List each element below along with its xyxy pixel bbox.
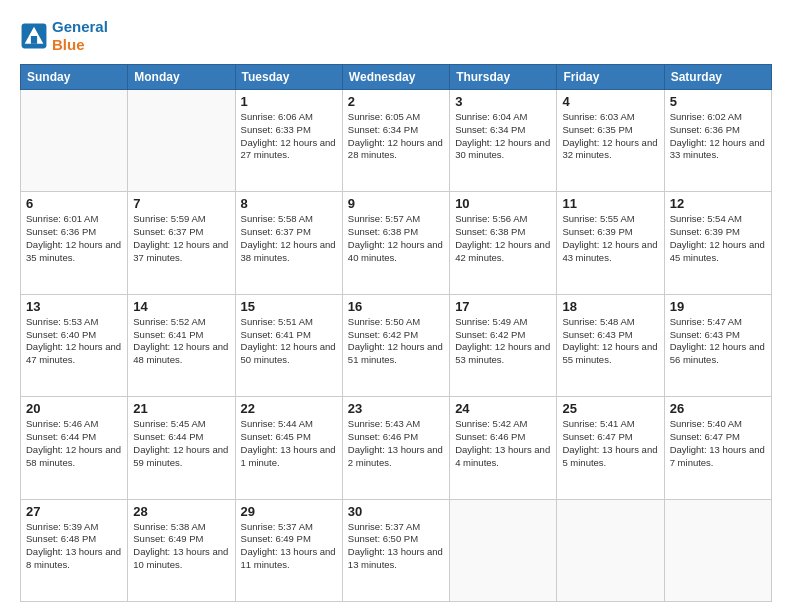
weekday-header-monday: Monday <box>128 65 235 90</box>
day-info: Sunrise: 5:57 AM Sunset: 6:38 PM Dayligh… <box>348 213 444 264</box>
header: General Blue <box>20 18 772 54</box>
day-number: 14 <box>133 299 229 314</box>
calendar-cell: 6Sunrise: 6:01 AM Sunset: 6:36 PM Daylig… <box>21 192 128 294</box>
calendar-cell: 22Sunrise: 5:44 AM Sunset: 6:45 PM Dayli… <box>235 397 342 499</box>
calendar-cell <box>128 90 235 192</box>
calendar-cell: 23Sunrise: 5:43 AM Sunset: 6:46 PM Dayli… <box>342 397 449 499</box>
day-info: Sunrise: 5:52 AM Sunset: 6:41 PM Dayligh… <box>133 316 229 367</box>
week-row-4: 20Sunrise: 5:46 AM Sunset: 6:44 PM Dayli… <box>21 397 772 499</box>
calendar-cell: 24Sunrise: 5:42 AM Sunset: 6:46 PM Dayli… <box>450 397 557 499</box>
calendar-cell: 1Sunrise: 6:06 AM Sunset: 6:33 PM Daylig… <box>235 90 342 192</box>
day-number: 12 <box>670 196 766 211</box>
day-number: 25 <box>562 401 658 416</box>
calendar-cell: 21Sunrise: 5:45 AM Sunset: 6:44 PM Dayli… <box>128 397 235 499</box>
day-info: Sunrise: 6:05 AM Sunset: 6:34 PM Dayligh… <box>348 111 444 162</box>
day-info: Sunrise: 5:56 AM Sunset: 6:38 PM Dayligh… <box>455 213 551 264</box>
day-info: Sunrise: 5:40 AM Sunset: 6:47 PM Dayligh… <box>670 418 766 469</box>
svg-rect-2 <box>31 36 37 44</box>
calendar-cell: 19Sunrise: 5:47 AM Sunset: 6:43 PM Dayli… <box>664 294 771 396</box>
calendar-cell: 14Sunrise: 5:52 AM Sunset: 6:41 PM Dayli… <box>128 294 235 396</box>
day-info: Sunrise: 6:01 AM Sunset: 6:36 PM Dayligh… <box>26 213 122 264</box>
day-info: Sunrise: 6:04 AM Sunset: 6:34 PM Dayligh… <box>455 111 551 162</box>
day-number: 11 <box>562 196 658 211</box>
weekday-header-friday: Friday <box>557 65 664 90</box>
calendar-cell: 10Sunrise: 5:56 AM Sunset: 6:38 PM Dayli… <box>450 192 557 294</box>
weekday-header-wednesday: Wednesday <box>342 65 449 90</box>
day-number: 24 <box>455 401 551 416</box>
weekday-header-tuesday: Tuesday <box>235 65 342 90</box>
day-info: Sunrise: 6:03 AM Sunset: 6:35 PM Dayligh… <box>562 111 658 162</box>
day-number: 17 <box>455 299 551 314</box>
day-info: Sunrise: 5:55 AM Sunset: 6:39 PM Dayligh… <box>562 213 658 264</box>
logo-icon <box>20 22 48 50</box>
day-info: Sunrise: 5:49 AM Sunset: 6:42 PM Dayligh… <box>455 316 551 367</box>
weekday-header-row: SundayMondayTuesdayWednesdayThursdayFrid… <box>21 65 772 90</box>
calendar-cell: 12Sunrise: 5:54 AM Sunset: 6:39 PM Dayli… <box>664 192 771 294</box>
calendar-cell: 9Sunrise: 5:57 AM Sunset: 6:38 PM Daylig… <box>342 192 449 294</box>
day-info: Sunrise: 5:58 AM Sunset: 6:37 PM Dayligh… <box>241 213 337 264</box>
day-number: 30 <box>348 504 444 519</box>
day-info: Sunrise: 5:39 AM Sunset: 6:48 PM Dayligh… <box>26 521 122 572</box>
day-info: Sunrise: 5:42 AM Sunset: 6:46 PM Dayligh… <box>455 418 551 469</box>
calendar-cell: 28Sunrise: 5:38 AM Sunset: 6:49 PM Dayli… <box>128 499 235 601</box>
day-number: 13 <box>26 299 122 314</box>
day-info: Sunrise: 5:51 AM Sunset: 6:41 PM Dayligh… <box>241 316 337 367</box>
day-number: 22 <box>241 401 337 416</box>
calendar-table: SundayMondayTuesdayWednesdayThursdayFrid… <box>20 64 772 602</box>
day-number: 26 <box>670 401 766 416</box>
day-number: 20 <box>26 401 122 416</box>
day-number: 4 <box>562 94 658 109</box>
calendar-cell: 15Sunrise: 5:51 AM Sunset: 6:41 PM Dayli… <box>235 294 342 396</box>
day-info: Sunrise: 5:50 AM Sunset: 6:42 PM Dayligh… <box>348 316 444 367</box>
weekday-header-thursday: Thursday <box>450 65 557 90</box>
weekday-header-sunday: Sunday <box>21 65 128 90</box>
calendar-cell: 2Sunrise: 6:05 AM Sunset: 6:34 PM Daylig… <box>342 90 449 192</box>
calendar-cell: 17Sunrise: 5:49 AM Sunset: 6:42 PM Dayli… <box>450 294 557 396</box>
week-row-1: 1Sunrise: 6:06 AM Sunset: 6:33 PM Daylig… <box>21 90 772 192</box>
day-number: 23 <box>348 401 444 416</box>
day-info: Sunrise: 5:54 AM Sunset: 6:39 PM Dayligh… <box>670 213 766 264</box>
day-info: Sunrise: 5:38 AM Sunset: 6:49 PM Dayligh… <box>133 521 229 572</box>
day-info: Sunrise: 5:59 AM Sunset: 6:37 PM Dayligh… <box>133 213 229 264</box>
calendar-cell <box>450 499 557 601</box>
day-info: Sunrise: 5:47 AM Sunset: 6:43 PM Dayligh… <box>670 316 766 367</box>
calendar-cell: 27Sunrise: 5:39 AM Sunset: 6:48 PM Dayli… <box>21 499 128 601</box>
calendar-cell: 30Sunrise: 5:37 AM Sunset: 6:50 PM Dayli… <box>342 499 449 601</box>
day-number: 8 <box>241 196 337 211</box>
calendar-cell: 29Sunrise: 5:37 AM Sunset: 6:49 PM Dayli… <box>235 499 342 601</box>
day-info: Sunrise: 5:37 AM Sunset: 6:50 PM Dayligh… <box>348 521 444 572</box>
calendar-cell: 20Sunrise: 5:46 AM Sunset: 6:44 PM Dayli… <box>21 397 128 499</box>
logo-text: General Blue <box>52 18 108 54</box>
day-number: 9 <box>348 196 444 211</box>
day-number: 2 <box>348 94 444 109</box>
day-number: 6 <box>26 196 122 211</box>
day-info: Sunrise: 5:37 AM Sunset: 6:49 PM Dayligh… <box>241 521 337 572</box>
day-info: Sunrise: 5:46 AM Sunset: 6:44 PM Dayligh… <box>26 418 122 469</box>
day-number: 3 <box>455 94 551 109</box>
day-number: 16 <box>348 299 444 314</box>
day-number: 5 <box>670 94 766 109</box>
page: General Blue SundayMondayTuesdayWednesda… <box>0 0 792 612</box>
calendar-cell: 26Sunrise: 5:40 AM Sunset: 6:47 PM Dayli… <box>664 397 771 499</box>
day-info: Sunrise: 5:41 AM Sunset: 6:47 PM Dayligh… <box>562 418 658 469</box>
day-number: 21 <box>133 401 229 416</box>
calendar-cell: 7Sunrise: 5:59 AM Sunset: 6:37 PM Daylig… <box>128 192 235 294</box>
day-number: 15 <box>241 299 337 314</box>
calendar-cell: 11Sunrise: 5:55 AM Sunset: 6:39 PM Dayli… <box>557 192 664 294</box>
logo: General Blue <box>20 18 108 54</box>
day-number: 19 <box>670 299 766 314</box>
calendar-cell: 25Sunrise: 5:41 AM Sunset: 6:47 PM Dayli… <box>557 397 664 499</box>
calendar-cell <box>557 499 664 601</box>
calendar-cell: 4Sunrise: 6:03 AM Sunset: 6:35 PM Daylig… <box>557 90 664 192</box>
day-number: 7 <box>133 196 229 211</box>
day-number: 28 <box>133 504 229 519</box>
day-number: 27 <box>26 504 122 519</box>
calendar-cell: 8Sunrise: 5:58 AM Sunset: 6:37 PM Daylig… <box>235 192 342 294</box>
day-number: 10 <box>455 196 551 211</box>
day-number: 1 <box>241 94 337 109</box>
calendar-cell: 13Sunrise: 5:53 AM Sunset: 6:40 PM Dayli… <box>21 294 128 396</box>
week-row-3: 13Sunrise: 5:53 AM Sunset: 6:40 PM Dayli… <box>21 294 772 396</box>
day-info: Sunrise: 5:53 AM Sunset: 6:40 PM Dayligh… <box>26 316 122 367</box>
calendar-cell: 18Sunrise: 5:48 AM Sunset: 6:43 PM Dayli… <box>557 294 664 396</box>
day-info: Sunrise: 6:02 AM Sunset: 6:36 PM Dayligh… <box>670 111 766 162</box>
